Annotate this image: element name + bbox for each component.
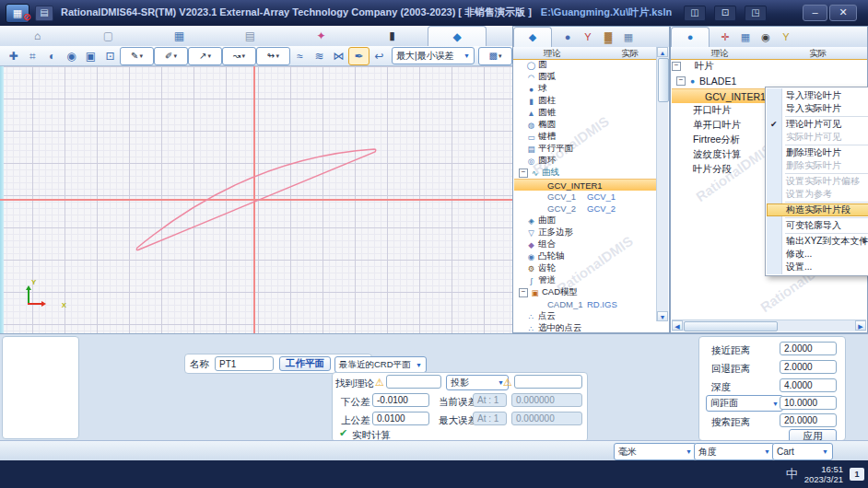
tree-item[interactable]: ● 球 (514, 83, 657, 95)
context-menu-item[interactable]: 导入实际叶片 (767, 102, 868, 115)
scroll-thumb[interactable] (684, 321, 778, 331)
toolbar-icon[interactable]: ↩ (369, 48, 389, 64)
ribbon-tab[interactable]: ◆ (428, 26, 487, 46)
panel-tab[interactable]: ▦ (618, 31, 639, 43)
toolbar-icon[interactable]: ⌗ (23, 48, 42, 64)
tree-item[interactable]: − ∿ 曲线 (514, 167, 657, 179)
column-theory[interactable]: 理论 (671, 47, 769, 59)
tree-item[interactable]: − ▣ CAD模型 (514, 286, 657, 298)
context-menu-item[interactable]: 构造实际叶片段 (767, 203, 868, 216)
plane-mode-dropdown[interactable]: 最靠近的CRD平面▼ (334, 356, 427, 373)
titlebar-tray-icon[interactable]: ◫ (684, 6, 706, 21)
notification-badge[interactable]: 1 (850, 468, 864, 481)
expander-icon[interactable]: − (519, 288, 528, 297)
tree-item[interactable]: ◎ 圆环 (514, 155, 657, 167)
menu-icon[interactable]: ▤ (35, 6, 53, 21)
panel-tab[interactable]: ● (671, 27, 710, 47)
projection-dropdown[interactable]: 投影▼ (446, 375, 509, 390)
context-menu-item[interactable]: 设置... (767, 261, 868, 273)
ribbon-tab[interactable]: ▤ (215, 26, 286, 46)
minimize-button[interactable]: – (803, 5, 827, 21)
approach-input[interactable]: 2.0000 (780, 342, 837, 355)
tree-item[interactable]: ∫ 管道 (514, 274, 657, 286)
realtime-checkbox[interactable]: ✔ (339, 427, 347, 439)
panel-tab[interactable]: ▓ (598, 31, 618, 42)
clock[interactable]: 16:51 2023/3/21 (804, 464, 843, 484)
ribbon-tab[interactable]: ▢ (73, 26, 144, 46)
panel-tab[interactable]: ◆ (513, 27, 552, 47)
column-theory[interactable]: 理论 (513, 47, 592, 59)
pitch-input[interactable]: 10.0000 (780, 396, 837, 410)
toolbar-icon[interactable]: ✒ (348, 47, 369, 65)
toolbar-icon[interactable]: ✚ (4, 48, 23, 64)
vertical-scrollbar[interactable]: ▲ ▼ (656, 47, 668, 321)
column-actual[interactable]: 实际 (769, 47, 868, 59)
graphics-viewport[interactable]: Y X (0, 66, 512, 333)
depth-input[interactable]: 4.0000 (780, 378, 837, 392)
toolbar-icon[interactable]: ≋ (310, 48, 329, 64)
toolbar-icon[interactable]: ⊡ (100, 48, 120, 64)
toolbar-icon[interactable]: ↬ (256, 47, 290, 65)
context-menu-item[interactable]: 导入理论叶片 (767, 89, 868, 102)
toolbar-icon[interactable]: ✎ (120, 47, 154, 65)
panel-tab[interactable]: ✛ (715, 31, 735, 43)
context-menu-item[interactable]: 输出XYZ到文本文件 ▶ (767, 235, 868, 248)
tree-item[interactable]: ◠ 圆弧 (514, 71, 657, 83)
tree-item[interactable]: GCV_1 GCV_1 (514, 191, 657, 203)
coordinate-dropdown[interactable]: Cart▼ (772, 443, 833, 460)
panel-tab[interactable]: Y (776, 31, 796, 42)
expander-icon[interactable]: − (676, 76, 686, 86)
panel-tab[interactable]: ◉ (756, 31, 776, 43)
ribbon-tab[interactable]: ▦ (144, 26, 215, 46)
panel-tab[interactable]: Y (578, 31, 598, 42)
scroll-right-arrow[interactable]: ▶ (855, 320, 866, 331)
context-menu-item[interactable]: 实际叶片可见 (767, 131, 868, 144)
context-menu-item[interactable]: ✔ 理论叶片可见 (767, 118, 868, 131)
display-options-button[interactable]: ▩ (478, 47, 512, 65)
toolbar-icon[interactable]: ≈ (290, 48, 310, 64)
retract-input[interactable]: 2.0000 (780, 360, 837, 374)
tree-item[interactable]: ▽ 正多边形 (514, 227, 657, 238)
tree-item[interactable]: ▲ 圆锥 (514, 107, 657, 119)
tree-item[interactable]: GCV_2 GCV_2 (514, 203, 657, 215)
context-menu-item[interactable]: 修改... (767, 248, 868, 261)
toolbar-icon[interactable]: ◉ (62, 48, 81, 64)
toolbar-icon[interactable]: ↝ (222, 47, 256, 65)
toolbar-icon[interactable]: ✐ (154, 47, 188, 65)
tree-item[interactable]: ▮ 圆柱 (514, 95, 657, 107)
feature-name-input[interactable]: PT1 (215, 356, 274, 371)
tree-item[interactable]: ▤ 平行平面 (514, 143, 657, 155)
tree-item[interactable]: ◍ 椭圆 (514, 119, 657, 131)
scroll-down-arrow[interactable]: ▼ (657, 311, 668, 321)
context-menu-item[interactable]: 可变轮廓导入 (767, 219, 868, 232)
upper-tolerance-input[interactable]: 0.0100 (372, 412, 429, 425)
scroll-up-arrow[interactable]: ▲ (657, 47, 668, 57)
projection-value-input[interactable] (514, 375, 582, 389)
tree-item[interactable]: GCV_INTER1 (514, 179, 657, 191)
context-menu-item[interactable]: 设置为参考 (767, 188, 868, 201)
panel-tab[interactable]: ● (557, 31, 578, 42)
expander-icon[interactable]: − (519, 168, 528, 178)
titlebar-tray-icon[interactable]: ◳ (745, 6, 767, 21)
units-dropdown[interactable]: 毫米▼ (614, 443, 697, 460)
panel-tab[interactable]: ▦ (735, 31, 756, 43)
ribbon-tab[interactable]: ▮ (357, 26, 428, 46)
expander-icon[interactable]: − (672, 62, 681, 71)
context-menu-item[interactable]: 设置实际叶片偏移 (767, 175, 868, 188)
search-input[interactable]: 20.0000 (780, 413, 837, 427)
tree-item[interactable]: ◆ 组合 (514, 238, 657, 250)
find-theory-input[interactable] (386, 375, 441, 389)
context-menu-item[interactable]: 删除理论叶片 (767, 146, 868, 159)
scroll-thumb[interactable] (658, 58, 669, 102)
titlebar-tray-icon[interactable]: ⊡ (714, 6, 736, 21)
ribbon-tab[interactable]: ✦ (286, 26, 357, 46)
toolbar-icon[interactable]: ⋈ (329, 48, 348, 64)
tree-item[interactable]: ▭ 键槽 (514, 131, 657, 143)
tree-item[interactable]: ⚙ 齿轮 (514, 262, 657, 274)
context-menu-item[interactable]: 删除实际叶片 (767, 159, 868, 172)
toolbar-icon[interactable]: ▣ (81, 48, 100, 64)
workplane-button[interactable]: 工作平面 (279, 356, 331, 371)
tree-item[interactable]: − 叶片 (672, 59, 866, 74)
error-mode-dropdown[interactable]: 最大|最小误差▼ (392, 47, 475, 64)
tree-item[interactable]: CADM_1 RD.IGS (514, 298, 657, 310)
